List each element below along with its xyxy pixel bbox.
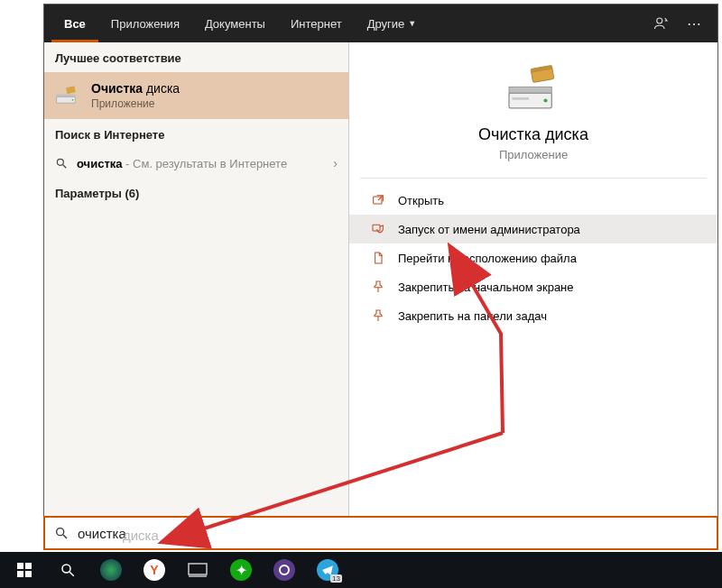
action-pin-taskbar[interactable]: Закрепить на панели задач [349,301,717,330]
svg-point-23 [62,565,70,573]
admin-shield-icon [371,222,385,236]
svg-rect-8 [509,87,551,93]
action-open-file-location[interactable]: Перейти к расположению файла [349,243,717,272]
best-match-item[interactable]: Очистка диска Приложение [44,72,348,119]
web-search-header: Поиск в Интернете [44,119,348,149]
parameters-header[interactable]: Параметры (6) [44,178,348,207]
best-match-subtitle: Приложение [91,97,180,110]
action-pin-start-label: Закрепить на начальном экране [398,280,574,294]
svg-rect-20 [25,563,32,569]
action-run-as-admin[interactable]: Запуск от имени администратора [349,215,717,243]
web-search-item[interactable]: очистка - См. результаты в Интернете › [44,149,348,178]
action-open[interactable]: Открыть [349,186,717,215]
search-icon [54,526,69,540]
action-open-label: Открыть [398,194,444,207]
disk-cleanup-icon [55,86,80,106]
windows-logo-icon [17,563,32,577]
action-location-label: Перейти к расположению файла [398,252,577,265]
taskbar-search-box[interactable] [43,516,718,550]
action-admin-label: Запуск от имени администратора [398,223,580,236]
chevron-down-icon: ▼ [408,19,416,28]
web-search-label: очистка - См. результаты в Интернете [77,157,324,170]
svg-rect-22 [25,571,32,577]
results-left-pane: Лучшее соответствие Очистка диска Прилож… [44,42,349,546]
svg-point-0 [657,18,662,23]
svg-rect-10 [512,97,529,100]
tab-all[interactable]: Все [51,5,98,42]
feedback-icon[interactable] [645,5,678,42]
svg-rect-4 [66,86,76,94]
file-location-icon [371,251,385,265]
svg-point-9 [543,98,547,102]
taskbar-task-view[interactable] [177,552,218,588]
taskbar-app-yandex[interactable]: Y [134,552,175,588]
taskbar-app-1[interactable] [90,552,132,588]
open-icon [371,193,385,207]
taskbar-search-button[interactable] [47,552,88,588]
svg-rect-14 [373,225,380,231]
disk-cleanup-icon [503,64,564,113]
action-pin-start[interactable]: Закрепить на начальном экране [349,272,717,301]
more-options-icon[interactable]: ⋯ [678,5,710,42]
taskbar-app-tor[interactable] [264,552,305,588]
preview-title: Очистка диска [478,125,588,144]
svg-line-24 [69,572,74,576]
svg-point-5 [57,159,63,165]
preview-pane: Очистка диска Приложение Открыть Запуск … [349,42,717,546]
svg-point-3 [72,99,74,101]
tab-web[interactable]: Интернет [278,5,355,42]
tab-more-label: Другие [367,17,405,31]
search-icon [60,562,76,578]
tab-apps[interactable]: Приложения [98,5,192,42]
search-tabs: Все Приложения Документы Интернет Другие… [44,5,717,42]
svg-line-18 [63,535,67,538]
tab-documents[interactable]: Документы [192,5,278,42]
svg-rect-25 [189,564,207,574]
start-button[interactable] [4,552,45,588]
preview-subtitle: Приложение [499,148,568,161]
svg-rect-19 [17,563,23,569]
action-pin-taskbar-label: Закрепить на панели задач [398,309,547,323]
preview-actions: Открыть Запуск от имени администратора П… [349,179,717,337]
taskbar-app-telegram[interactable]: 13 [307,552,348,588]
pin-start-icon [371,280,385,294]
best-match-header: Лучшее соответствие [44,42,348,72]
pin-taskbar-icon [371,308,385,323]
taskbar: Y ✦ 13 [0,552,722,588]
best-match-title: Очистка диска [91,81,180,96]
start-search-panel: Все Приложения Документы Интернет Другие… [43,4,718,547]
task-view-icon [188,563,208,577]
svg-rect-21 [17,571,23,577]
search-icon [55,157,68,170]
tab-more[interactable]: Другие ▼ [355,5,430,42]
svg-point-17 [57,528,64,536]
chevron-right-icon: › [333,156,338,170]
svg-rect-2 [57,95,76,97]
search-input[interactable] [78,526,708,541]
svg-line-6 [63,165,67,169]
taskbar-app-2[interactable]: ✦ [220,552,262,588]
